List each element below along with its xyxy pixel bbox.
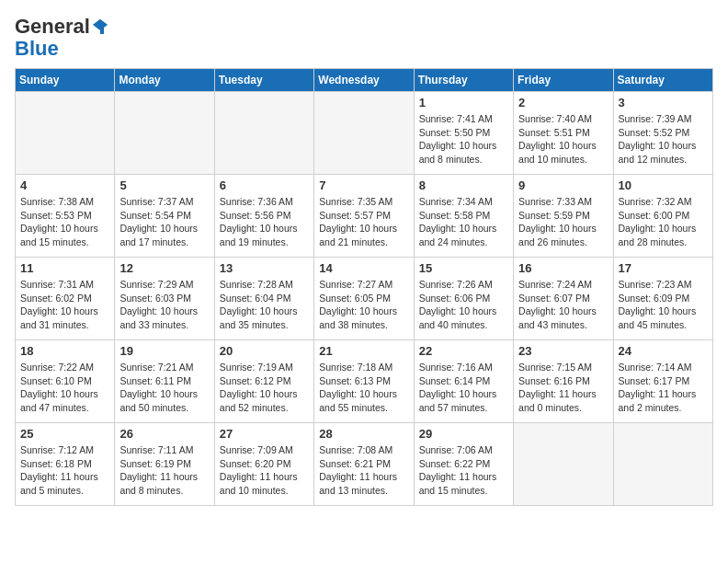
day-number: 8 <box>419 178 508 192</box>
day-info: Sunrise: 7:15 AMSunset: 6:16 PMDaylight:… <box>518 361 608 415</box>
day-number: 21 <box>319 344 408 358</box>
day-info: Sunrise: 7:21 AMSunset: 6:11 PMDaylight:… <box>119 361 209 415</box>
day-info: Sunrise: 7:27 AMSunset: 6:05 PMDaylight:… <box>319 278 408 332</box>
day-number: 27 <box>220 427 309 441</box>
day-info: Sunrise: 7:29 AMSunset: 6:03 PMDaylight:… <box>119 278 209 332</box>
day-cell: 5Sunrise: 7:37 AMSunset: 5:54 PMDaylight… <box>115 175 214 258</box>
day-cell: 13Sunrise: 7:28 AMSunset: 6:04 PMDayligh… <box>214 258 313 340</box>
day-number: 19 <box>119 344 209 358</box>
day-info: Sunrise: 7:37 AMSunset: 5:54 PMDaylight:… <box>119 195 209 249</box>
day-info: Sunrise: 7:08 AMSunset: 6:21 PMDaylight:… <box>319 443 408 498</box>
day-info: Sunrise: 7:41 AMSunset: 5:50 PMDaylight:… <box>419 112 508 167</box>
day-number: 18 <box>20 344 109 358</box>
day-info: Sunrise: 7:14 AMSunset: 6:17 PMDaylight:… <box>619 361 708 415</box>
day-info: Sunrise: 7:16 AMSunset: 6:14 PMDaylight:… <box>419 361 508 415</box>
day-cell: 16Sunrise: 7:24 AMSunset: 6:07 PMDayligh… <box>514 258 613 340</box>
day-info: Sunrise: 7:28 AMSunset: 6:04 PMDaylight:… <box>220 278 309 332</box>
day-number: 10 <box>619 178 708 192</box>
day-cell: 23Sunrise: 7:15 AMSunset: 6:16 PMDayligh… <box>514 340 613 423</box>
page-header: General Blue <box>15 15 713 59</box>
day-number: 16 <box>518 261 608 275</box>
day-cell: 22Sunrise: 7:16 AMSunset: 6:14 PMDayligh… <box>414 340 513 423</box>
day-number: 3 <box>619 96 708 109</box>
day-cell: 21Sunrise: 7:18 AMSunset: 6:13 PMDayligh… <box>314 340 414 423</box>
day-cell: 14Sunrise: 7:27 AMSunset: 6:05 PMDayligh… <box>314 258 414 340</box>
col-header-monday: Monday <box>115 69 214 92</box>
day-number: 15 <box>419 261 508 275</box>
day-info: Sunrise: 7:06 AMSunset: 6:22 PMDaylight:… <box>419 443 508 498</box>
day-cell: 17Sunrise: 7:23 AMSunset: 6:09 PMDayligh… <box>613 258 712 340</box>
day-number: 7 <box>319 178 408 192</box>
day-number: 25 <box>20 427 109 441</box>
day-cell: 28Sunrise: 7:08 AMSunset: 6:21 PMDayligh… <box>314 423 414 506</box>
day-cell: 4Sunrise: 7:38 AMSunset: 5:53 PMDaylight… <box>16 175 115 258</box>
day-number: 2 <box>518 96 608 109</box>
col-header-saturday: Saturday <box>613 69 712 92</box>
day-cell: 9Sunrise: 7:33 AMSunset: 5:59 PMDaylight… <box>514 175 613 258</box>
day-info: Sunrise: 7:39 AMSunset: 5:52 PMDaylight:… <box>619 112 708 167</box>
day-number: 11 <box>20 261 109 275</box>
calendar-table: SundayMondayTuesdayWednesdayThursdayFrid… <box>15 68 713 506</box>
day-info: Sunrise: 7:40 AMSunset: 5:51 PMDaylight:… <box>518 112 608 167</box>
day-info: Sunrise: 7:34 AMSunset: 5:58 PMDaylight:… <box>419 195 508 249</box>
day-number: 28 <box>319 427 408 441</box>
day-number: 24 <box>619 344 708 358</box>
week-row-1: 1Sunrise: 7:41 AMSunset: 5:50 PMDaylight… <box>16 92 713 175</box>
day-info: Sunrise: 7:26 AMSunset: 6:06 PMDaylight:… <box>419 278 508 332</box>
logo: General Blue <box>15 15 110 59</box>
day-number: 17 <box>619 261 708 275</box>
week-row-3: 11Sunrise: 7:31 AMSunset: 6:02 PMDayligh… <box>16 258 713 340</box>
col-header-tuesday: Tuesday <box>214 69 313 92</box>
day-info: Sunrise: 7:23 AMSunset: 6:09 PMDaylight:… <box>619 278 708 332</box>
day-number: 22 <box>419 344 508 358</box>
day-cell: 8Sunrise: 7:34 AMSunset: 5:58 PMDaylight… <box>414 175 513 258</box>
day-number: 29 <box>419 427 508 441</box>
day-cell: 2Sunrise: 7:40 AMSunset: 5:51 PMDaylight… <box>514 92 613 175</box>
day-cell <box>514 423 613 506</box>
day-number: 9 <box>518 178 608 192</box>
day-info: Sunrise: 7:12 AMSunset: 6:18 PMDaylight:… <box>20 443 109 498</box>
day-info: Sunrise: 7:31 AMSunset: 6:02 PMDaylight:… <box>20 278 109 332</box>
day-cell <box>214 92 313 175</box>
day-cell: 18Sunrise: 7:22 AMSunset: 6:10 PMDayligh… <box>16 340 115 423</box>
day-info: Sunrise: 7:22 AMSunset: 6:10 PMDaylight:… <box>20 361 109 415</box>
day-info: Sunrise: 7:24 AMSunset: 6:07 PMDaylight:… <box>518 278 608 332</box>
col-header-thursday: Thursday <box>414 69 513 92</box>
col-header-sunday: Sunday <box>16 69 115 92</box>
day-number: 26 <box>119 427 209 441</box>
logo-flag-icon <box>91 17 109 36</box>
day-cell: 10Sunrise: 7:32 AMSunset: 6:00 PMDayligh… <box>613 175 712 258</box>
day-number: 14 <box>319 261 408 275</box>
day-cell: 11Sunrise: 7:31 AMSunset: 6:02 PMDayligh… <box>16 258 115 340</box>
day-cell <box>314 92 414 175</box>
day-number: 1 <box>419 96 508 109</box>
day-cell <box>16 92 115 175</box>
day-number: 4 <box>20 178 109 192</box>
day-info: Sunrise: 7:11 AMSunset: 6:19 PMDaylight:… <box>119 443 209 498</box>
day-cell: 27Sunrise: 7:09 AMSunset: 6:20 PMDayligh… <box>214 423 313 506</box>
day-number: 5 <box>119 178 209 192</box>
day-cell <box>115 92 214 175</box>
day-cell: 24Sunrise: 7:14 AMSunset: 6:17 PMDayligh… <box>613 340 712 423</box>
col-header-friday: Friday <box>514 69 613 92</box>
day-info: Sunrise: 7:33 AMSunset: 5:59 PMDaylight:… <box>518 195 608 249</box>
calendar-header-row: SundayMondayTuesdayWednesdayThursdayFrid… <box>16 69 713 92</box>
day-info: Sunrise: 7:09 AMSunset: 6:20 PMDaylight:… <box>220 443 309 498</box>
day-cell: 26Sunrise: 7:11 AMSunset: 6:19 PMDayligh… <box>115 423 214 506</box>
day-cell: 1Sunrise: 7:41 AMSunset: 5:50 PMDaylight… <box>414 92 513 175</box>
day-info: Sunrise: 7:38 AMSunset: 5:53 PMDaylight:… <box>20 195 109 249</box>
day-cell: 25Sunrise: 7:12 AMSunset: 6:18 PMDayligh… <box>16 423 115 506</box>
day-number: 13 <box>220 261 309 275</box>
day-cell: 20Sunrise: 7:19 AMSunset: 6:12 PMDayligh… <box>214 340 313 423</box>
day-cell: 6Sunrise: 7:36 AMSunset: 5:56 PMDaylight… <box>214 175 313 258</box>
day-cell: 7Sunrise: 7:35 AMSunset: 5:57 PMDaylight… <box>314 175 414 258</box>
week-row-5: 25Sunrise: 7:12 AMSunset: 6:18 PMDayligh… <box>16 423 713 506</box>
day-cell: 3Sunrise: 7:39 AMSunset: 5:52 PMDaylight… <box>613 92 712 175</box>
week-row-2: 4Sunrise: 7:38 AMSunset: 5:53 PMDaylight… <box>16 175 713 258</box>
day-info: Sunrise: 7:19 AMSunset: 6:12 PMDaylight:… <box>220 361 309 415</box>
day-cell: 29Sunrise: 7:06 AMSunset: 6:22 PMDayligh… <box>414 423 513 506</box>
day-info: Sunrise: 7:35 AMSunset: 5:57 PMDaylight:… <box>319 195 408 249</box>
day-info: Sunrise: 7:32 AMSunset: 6:00 PMDaylight:… <box>619 195 708 249</box>
day-number: 12 <box>119 261 209 275</box>
day-cell: 19Sunrise: 7:21 AMSunset: 6:11 PMDayligh… <box>115 340 214 423</box>
